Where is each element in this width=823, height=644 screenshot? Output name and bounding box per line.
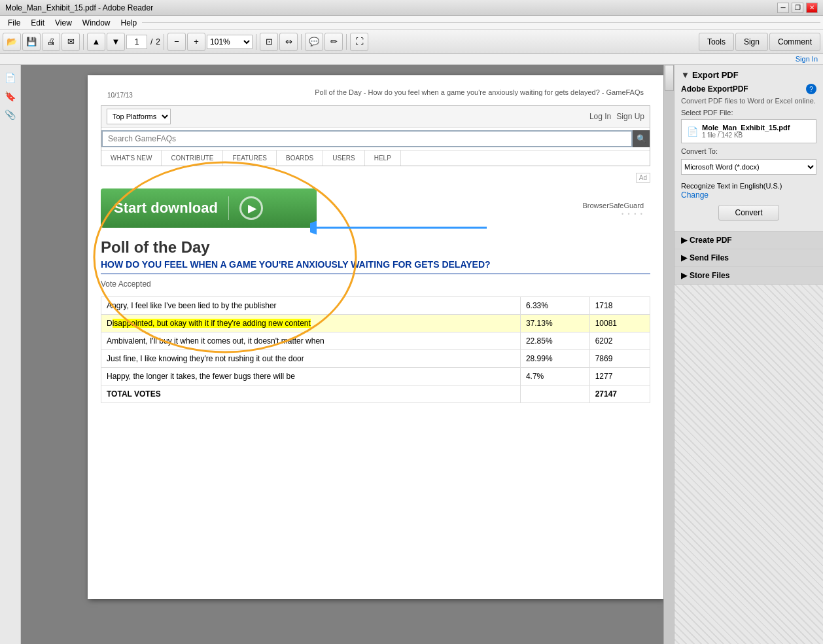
browser-safe-guard-label: BrowserSafeGuard [582,202,644,209]
page-separator: / [150,37,152,46]
file-details: Mole_Man_Exhibit_15.pdf 1 file / 142 KB [702,124,790,139]
nav-contribute[interactable]: CONTRIBUTE [162,151,223,166]
ad-label: Ad [636,173,650,183]
total-blank [520,385,589,403]
export-pdf-title[interactable]: ▼ Export PDF [681,70,816,80]
store-files-header[interactable]: ▶ Store Files [674,267,823,284]
file-name: Mole_Man_Exhibit_15.pdf [702,124,790,132]
tools-button[interactable]: Tools [699,33,734,51]
fullscreen-button[interactable]: ⛶ [350,33,368,51]
nav-links: WHAT'S NEW CONTRIBUTE FEATURES BOARDS US… [101,151,650,166]
zoom-select[interactable]: 101% 75% 100% 125% 150% [207,35,253,49]
nav-boards[interactable]: BOARDS [277,151,323,166]
poll-votes: 1718 [589,297,650,315]
menu-help[interactable]: Help [116,17,143,29]
title-bar-text: Mole_Man_Exhibit_15.pdf - Adobe Reader [5,3,153,12]
poll-votes: 10081 [589,315,650,332]
pdf-viewer[interactable]: ▼ 10/17/13 Poll of the Day - How do you … [21,65,674,644]
sign-in-link[interactable]: Sign In [796,55,818,63]
download-button[interactable]: Start download ▶ [101,188,317,228]
poll-table: Angry, I feel like I've been lied to by … [101,296,650,403]
menu-file[interactable]: File [3,17,26,29]
close-button[interactable]: ✕ [806,3,818,13]
sidebar-pages-btn[interactable]: 📄 [3,70,18,86]
comment-tool-button[interactable]: Comment [769,33,820,51]
convert-button[interactable]: Convert [718,205,779,221]
save-button[interactable]: 💾 [22,33,41,51]
forward-button[interactable]: ▼ [107,33,125,51]
window-controls: ─ ❐ ✕ [777,3,818,13]
fit-page-button[interactable]: ⊡ [260,33,278,51]
total-label: TOTAL VOTES [101,385,521,403]
nav-users[interactable]: USERS [323,151,364,166]
comment-button[interactable]: 💬 [305,33,323,51]
poll-option: Just fine, I like knowing they're not ru… [101,350,521,368]
zoom-in-button[interactable]: + [187,33,205,51]
create-pdf-header[interactable]: ▶ Create PDF [674,232,823,249]
nav-whats-new[interactable]: WHAT'S NEW [101,151,162,166]
vote-status: Vote Accepted [101,279,650,289]
send-files-header[interactable]: ▶ Send Files [674,249,823,266]
poll-votes: 1277 [589,368,650,385]
platform-select[interactable]: Top Platforms [107,109,171,124]
btn-divider [228,196,229,220]
file-size: 1 file / 142 KB [702,132,790,139]
poll-votes: 6202 [589,332,650,350]
sidebar-attachments-btn[interactable]: 📎 [3,107,18,122]
store-files-expand-icon: ▶ [681,271,687,280]
menu-window[interactable]: Window [77,17,116,29]
pdf-date: 10/17/13 [107,92,133,99]
minimize-button[interactable]: ─ [777,3,789,13]
store-files-section: ▶ Store Files [674,267,823,285]
open-button[interactable]: 📂 [3,33,21,51]
page-input[interactable] [126,35,147,49]
export-pdf-section: ▼ Export PDF Adobe ExportPDF ? Convert P… [674,65,823,232]
table-row-total: TOTAL VOTES 27147 [101,385,650,403]
poll-question: HOW DO YOU FEEL WHEN A GAME YOU'RE ANXIO… [101,259,650,274]
search-input[interactable] [101,130,633,147]
main-layout: 📄 🔖 📎 ▼ 10/17/13 Poll of the Day - How d… [0,65,823,644]
menu-edit[interactable]: Edit [26,17,50,29]
change-link[interactable]: Change [681,190,709,200]
poll-percent: 4.7% [520,368,589,385]
collapse-icon: ▼ [681,70,690,80]
toolbar: 📂 💾 🖨 ✉ ▲ ▼ / 2 − + 101% 75% 100% 125% 1… [0,30,823,54]
pdf-page: 10/17/13 Poll of the Day - How do you fe… [88,75,663,599]
restore-button[interactable]: ❐ [792,3,803,13]
download-button-label: Start download [114,200,218,217]
poll-option: Angry, I feel like I've been lied to by … [101,297,521,315]
sign-up-link[interactable]: Sign Up [616,112,644,121]
fit-width-button[interactable]: ⇔ [279,33,298,51]
separator-3 [256,34,256,50]
send-files-label: Send Files [690,253,729,262]
download-area: BrowserSafeGuard • • • • Start download … [101,188,650,228]
recognize-text-row: Recognize Text in English(U.S.) Change [681,181,816,200]
separator-2 [164,34,164,50]
nav-features[interactable]: FEATURES [223,151,277,166]
menu-view[interactable]: View [50,17,77,29]
zoom-out-button[interactable]: − [167,33,186,51]
select-file-label: Select PDF File: [681,109,816,116]
email-button[interactable]: ✉ [61,33,80,51]
create-pdf-label: Create PDF [690,236,732,245]
title-bar: Mole_Man_Exhibit_15.pdf - Adobe Reader ─… [0,0,823,16]
adobe-export-title: Adobe ExportPDF [681,84,748,94]
info-icon[interactable]: ? [806,84,816,94]
poll-content: Poll of the Day HOW DO YOU FEEL WHEN A G… [101,238,650,403]
convert-to-select[interactable]: Microsoft Word (*.docx) Microsoft Excel … [681,159,816,175]
nav-help[interactable]: HELP [365,151,401,166]
markup-button[interactable]: ✏ [324,33,343,51]
back-button[interactable]: ▲ [87,33,105,51]
play-icon: ▶ [239,196,263,220]
sidebar-bookmarks-btn[interactable]: 🔖 [3,88,18,104]
scroll-thumb[interactable] [665,65,674,91]
menu-bar: File Edit View Window Help [0,16,823,30]
platform-select-wrapper: Top Platforms [107,109,171,124]
log-in-link[interactable]: Log In [589,112,611,121]
table-row: Happy, the longer it takes, the fewer bu… [101,368,650,385]
print-button[interactable]: 🖨 [42,33,60,51]
sign-in-bar: Sign In [0,54,823,65]
sign-button[interactable]: Sign [735,33,768,51]
scroll-track[interactable]: ▼ [663,65,674,644]
search-icon[interactable]: 🔍 [633,130,650,147]
